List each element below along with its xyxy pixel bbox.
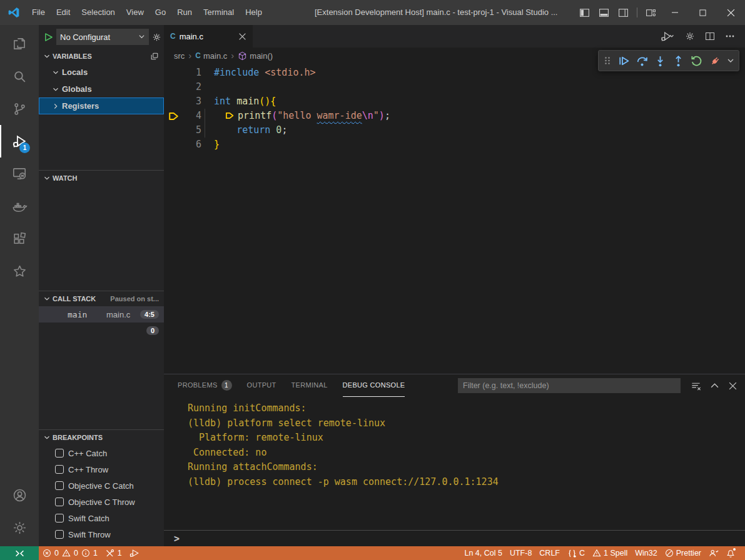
breakpoint-row[interactable]: Objective C Throw <box>39 494 164 510</box>
glyph-margin[interactable] <box>164 109 185 123</box>
activity-item-run-and-debug[interactable]: 1 <box>0 125 39 158</box>
menu-run[interactable]: Run <box>171 0 198 25</box>
continue-button[interactable] <box>617 54 630 68</box>
maximize-button[interactable] <box>689 0 717 25</box>
code-content[interactable]: int main(){ <box>201 94 745 109</box>
stack-frame-1[interactable]: 0 <box>39 322 164 339</box>
glyph-margin[interactable] <box>164 66 185 80</box>
status-notifications[interactable] <box>722 546 739 560</box>
variables-actions-icon[interactable] <box>150 52 159 61</box>
variable-scope-globals[interactable]: Globals <box>39 81 164 98</box>
debug-console-input[interactable]: > <box>164 530 745 546</box>
maximize-panel-icon[interactable] <box>710 381 719 391</box>
run-or-debug-icon[interactable] <box>660 31 675 42</box>
tools-status[interactable]: 1 <box>101 549 126 558</box>
code-editor[interactable]: 1#include <stdio.h>23int main(){4 printf… <box>164 64 745 374</box>
customize-layout-icon[interactable] <box>641 8 661 18</box>
menu-edit[interactable]: Edit <box>51 0 76 25</box>
step-into-button[interactable] <box>654 54 667 68</box>
status-prettier[interactable]: Prettier <box>661 546 705 560</box>
activity-item-extensions[interactable] <box>0 222 39 255</box>
code-content[interactable]: } <box>201 138 745 152</box>
menu-help[interactable]: Help <box>240 0 268 25</box>
minimize-button[interactable] <box>661 0 689 25</box>
code-line-2[interactable]: 2 <box>164 80 745 94</box>
variable-scope-locals[interactable]: Locals <box>39 64 164 81</box>
activity-item-settings[interactable] <box>0 511 39 544</box>
debug-configuration-select[interactable]: No Configurat <box>56 29 149 45</box>
status-encoding[interactable]: UTF-8 <box>506 546 535 560</box>
code-line-6[interactable]: 6} <box>164 138 745 152</box>
code-content[interactable] <box>201 80 745 94</box>
panel-tab-problems[interactable]: PROBLEMS1 <box>178 374 232 397</box>
breakpoint-checkbox[interactable] <box>55 465 64 474</box>
activity-item-source-control[interactable] <box>0 92 39 125</box>
breakpoint-checkbox[interactable] <box>55 498 64 506</box>
close-button[interactable] <box>717 0 745 25</box>
restart-button[interactable] <box>690 54 703 68</box>
breadcrumb-item-file[interactable]: Cmain.c <box>195 51 227 61</box>
breakpoint-checkbox[interactable] <box>55 449 64 458</box>
status-cursor-position[interactable]: Ln 4, Col 5 <box>460 546 505 560</box>
status-spell-status[interactable]: 1 Spell <box>589 546 631 560</box>
breakpoints-header[interactable]: BREAKPOINTS <box>39 430 164 445</box>
debug-session-status[interactable] <box>126 546 143 560</box>
menu-go[interactable]: Go <box>150 0 171 25</box>
glyph-margin[interactable] <box>164 94 185 109</box>
toggle-secondary-sidebar-icon[interactable] <box>614 8 633 18</box>
activity-item-search[interactable] <box>0 60 39 92</box>
breakpoint-checkbox[interactable] <box>55 530 64 539</box>
step-out-button[interactable] <box>672 54 685 68</box>
tab-main-c[interactable]: C main.c <box>164 25 253 48</box>
toggle-sidebar-icon[interactable] <box>575 8 594 18</box>
code-content[interactable]: printf("hello wamr-ide\n"); <box>201 109 745 123</box>
menu-terminal[interactable]: Terminal <box>198 0 240 25</box>
activity-item-docker[interactable] <box>0 190 39 222</box>
gear-icon[interactable] <box>685 31 695 41</box>
clear-console-icon[interactable] <box>691 381 701 391</box>
menu-file[interactable]: File <box>26 0 51 25</box>
breakpoint-checkbox[interactable] <box>55 481 64 490</box>
toggle-panel-icon[interactable] <box>594 8 614 18</box>
breakpoint-row[interactable]: Objective C Catch <box>39 478 164 494</box>
code-line-3[interactable]: 3int main(){ <box>164 94 745 109</box>
variables-header[interactable]: VARIABLES <box>39 49 164 64</box>
breakpoint-checkbox[interactable] <box>55 514 64 522</box>
activity-item-remote-explorer[interactable] <box>0 158 39 190</box>
activity-item-wamr-ide[interactable] <box>0 255 39 288</box>
debug-settings-gear-icon[interactable] <box>152 32 161 42</box>
status-feedback[interactable] <box>705 546 722 560</box>
disconnect-dropdown-icon[interactable] <box>727 57 734 64</box>
breadcrumb-item-symbol[interactable]: main() <box>238 51 273 61</box>
code-line-4[interactable]: 4 printf("hello wamr-ide\n"); <box>164 109 745 123</box>
close-tab-icon[interactable] <box>238 32 246 41</box>
watch-header[interactable]: WATCH <box>39 171 164 186</box>
start-debug-icon[interactable] <box>44 32 53 42</box>
glyph-margin[interactable] <box>164 80 185 94</box>
split-editor-icon[interactable] <box>705 31 715 41</box>
stack-frame-0[interactable]: mainmain.c4:5 <box>39 306 164 322</box>
more-actions-icon[interactable] <box>725 31 735 41</box>
status-platform[interactable]: Win32 <box>631 546 661 560</box>
activity-item-explorer[interactable] <box>0 28 39 60</box>
remote-indicator[interactable] <box>0 546 39 560</box>
status-eol[interactable]: CRLF <box>535 546 564 560</box>
breakpoint-row[interactable]: C++ Catch <box>39 445 164 461</box>
panel-tab-output[interactable]: OUTPUT <box>247 374 276 397</box>
breakpoint-row[interactable]: Swift Catch <box>39 510 164 526</box>
menu-view[interactable]: View <box>121 0 150 25</box>
menu-selection[interactable]: Selection <box>76 0 120 25</box>
glyph-margin[interactable] <box>164 123 185 138</box>
toolbar-drag-handle[interactable] <box>603 56 612 66</box>
disconnect-button[interactable] <box>709 54 722 68</box>
panel-tab-terminal[interactable]: TERMINAL <box>291 374 328 397</box>
breakpoint-row[interactable]: Swift Throw <box>39 526 164 542</box>
code-line-5[interactable]: 5 return 0; <box>164 123 745 138</box>
breadcrumb-item-src[interactable]: src <box>174 51 185 61</box>
debug-console-filter-input[interactable] <box>458 378 681 393</box>
problems-status[interactable]: 0 0 1 <box>39 549 101 558</box>
glyph-margin[interactable] <box>164 138 185 152</box>
step-over-button[interactable] <box>636 54 649 68</box>
breakpoint-row[interactable]: C++ Throw <box>39 461 164 478</box>
activity-item-accounts[interactable] <box>0 479 39 511</box>
